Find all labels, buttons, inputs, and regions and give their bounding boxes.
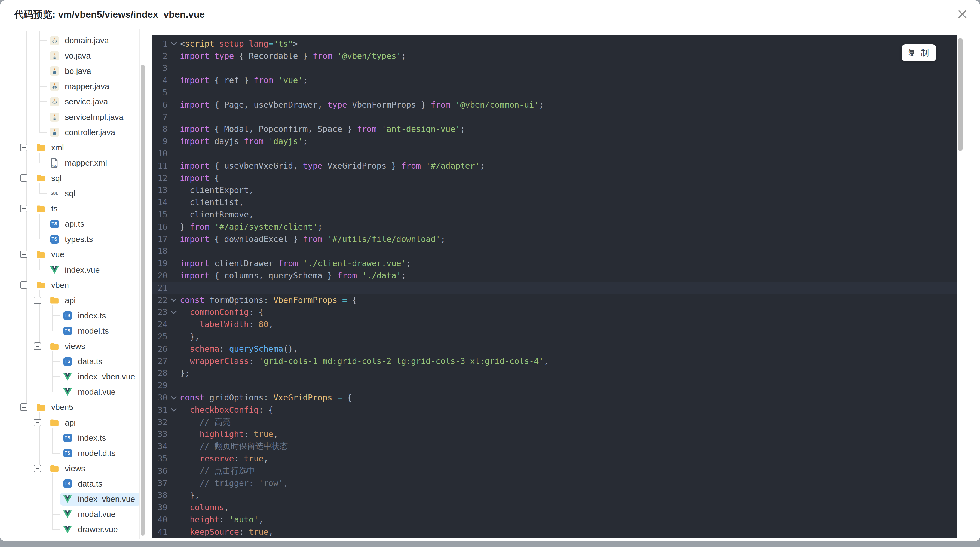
tree-item-label: index.vue	[65, 265, 100, 274]
tree-item-vue[interactable]: vue	[0, 247, 139, 262]
tree-item-types.ts[interactable]: TStypes.ts	[0, 231, 139, 247]
tree-item-body[interactable]: TSindex.ts	[60, 309, 112, 322]
fold-chevron-icon[interactable]	[167, 299, 180, 301]
fold-chevron-icon[interactable]	[167, 311, 180, 313]
tree-item-body[interactable]: api	[47, 416, 82, 429]
tree-item-controller.java[interactable]: controller.java	[0, 125, 139, 140]
tree-item-body[interactable]: TStypes.ts	[47, 233, 99, 246]
tree-item-ts[interactable]: ts	[0, 201, 139, 216]
code-text: } from '#/api/system/client';	[180, 222, 323, 231]
tree-item-domain.java[interactable]: domain.java	[0, 33, 139, 48]
tree-item-api.ts[interactable]: TSapi.ts	[0, 216, 139, 231]
tree-item-vo.java[interactable]: vo.java	[0, 48, 139, 64]
close-icon[interactable]: ×	[953, 4, 972, 24]
code-line: 14 clientList,	[152, 196, 958, 208]
tree-item-label: mapper.xml	[65, 158, 107, 167]
tree-item-label: domain.java	[65, 36, 109, 45]
tree-item-body[interactable]: TSmodel.d.ts	[60, 447, 121, 460]
tree-item-index.vue[interactable]: index.vue	[0, 262, 139, 277]
tree-item-body[interactable]: SQLsql	[47, 187, 81, 200]
tree-item-body[interactable]: XMLmapper.xml	[47, 156, 113, 169]
tree-item-views[interactable]: views	[0, 339, 139, 354]
line-number: 28	[152, 368, 167, 378]
dialog-scrollbar-thumb[interactable]	[958, 38, 963, 151]
tree-item-body[interactable]: TSindex.ts	[60, 432, 112, 445]
tree-item-body[interactable]: sql	[33, 172, 67, 185]
tree-item-mapper.java[interactable]: mapper.java	[0, 79, 139, 94]
ts-icon: TS	[63, 311, 72, 321]
tree-item-model.d.ts[interactable]: TSmodel.d.ts	[0, 446, 139, 461]
java-icon	[49, 112, 59, 122]
tree-item-body[interactable]: index.vue	[47, 263, 106, 276]
tree-item-index.ts[interactable]: TSindex.ts	[0, 308, 139, 323]
tree-item-body[interactable]: ts	[33, 202, 64, 215]
collapse-minus-icon[interactable]	[20, 281, 27, 289]
collapse-minus-icon[interactable]	[34, 419, 41, 426]
tree-item-api[interactable]: api	[0, 415, 139, 431]
tree-item-sql[interactable]: SQLsql	[0, 186, 139, 201]
tree-item-body[interactable]: modal.vue	[60, 508, 121, 521]
tree-item-body[interactable]: TSdata.ts	[60, 355, 108, 368]
tree-item-body[interactable]: controller.java	[47, 126, 121, 139]
collapse-minus-icon[interactable]	[20, 250, 27, 258]
tree-item-selected[interactable]: index_vben.vue	[60, 493, 139, 506]
line-number: 14	[152, 198, 167, 207]
tree-item-index.ts[interactable]: TSindex.ts	[0, 431, 139, 446]
tree-item-index_vben.vue[interactable]: index_vben.vue	[0, 491, 139, 507]
tree-item-body[interactable]: vben	[33, 279, 75, 292]
tree-item-vben5[interactable]: vben5	[0, 400, 139, 415]
tree-item-bo.java[interactable]: bo.java	[0, 64, 139, 79]
tree-item-data.ts[interactable]: TSdata.ts	[0, 476, 139, 491]
tree-item-body[interactable]: xml	[33, 141, 70, 154]
code-line: 20import { columns, querySchema } from '…	[152, 270, 958, 282]
tree-item-model.ts[interactable]: TSmodel.ts	[0, 323, 139, 339]
fold-chevron-icon[interactable]	[167, 43, 180, 45]
collapse-minus-icon[interactable]	[20, 205, 27, 212]
tree-scrollbar-thumb[interactable]	[141, 65, 145, 536]
tree-item-data.ts[interactable]: TSdata.ts	[0, 354, 139, 369]
collapse-minus-icon[interactable]	[34, 297, 41, 304]
tree-item-body[interactable]: service.java	[47, 95, 114, 108]
fold-chevron-icon[interactable]	[167, 408, 180, 411]
tree-item-xml[interactable]: xml	[0, 140, 139, 155]
collapse-minus-icon[interactable]	[20, 144, 27, 151]
tree-item-vben[interactable]: vben	[0, 277, 139, 293]
collapse-minus-icon[interactable]	[34, 465, 41, 472]
tree-item-sql[interactable]: sql	[0, 171, 139, 186]
tree-item-body[interactable]: TSmodel.ts	[60, 324, 115, 338]
tree-item-body[interactable]: TSapi.ts	[47, 217, 91, 230]
tree-item-api[interactable]: api	[0, 293, 139, 308]
tree-item-modal.vue[interactable]: modal.vue	[0, 384, 139, 400]
tree-item-body[interactable]: drawer.vue	[60, 523, 124, 536]
tree-item-body[interactable]: vue	[33, 248, 70, 261]
tree-item-body[interactable]: api	[47, 294, 82, 307]
tree-item-body[interactable]: bo.java	[47, 65, 97, 78]
tree-item-drawer.vue[interactable]: drawer.vue	[0, 522, 139, 537]
tree-item-body[interactable]: mapper.java	[47, 80, 115, 93]
tree-item-body[interactable]: vo.java	[47, 49, 97, 62]
tree-item-body[interactable]: TSdata.ts	[60, 477, 108, 490]
tree-item-modal.vue[interactable]: modal.vue	[0, 507, 139, 522]
copy-button[interactable]: 复 制	[902, 45, 936, 61]
tree-item-body[interactable]: domain.java	[47, 34, 115, 47]
tree-item-mapper.xml[interactable]: XMLmapper.xml	[0, 155, 139, 171]
collapse-minus-icon[interactable]	[20, 403, 27, 411]
tree-item-body[interactable]: serviceImpl.java	[47, 111, 129, 124]
tree-item-label: xml	[51, 143, 64, 152]
tree-item-body[interactable]: views	[47, 462, 91, 475]
folder-icon	[49, 341, 59, 351]
tree-item-service.java[interactable]: service.java	[0, 94, 139, 109]
tree-item-index_vben.vue[interactable]: index_vben.vue	[0, 369, 139, 384]
tree-item-body[interactable]: views	[47, 340, 91, 353]
vue-icon	[63, 509, 72, 519]
vue-icon	[63, 494, 72, 504]
tree-item-body[interactable]: vben5	[33, 401, 80, 414]
tree-item-serviceImpl.java[interactable]: serviceImpl.java	[0, 110, 139, 125]
tree-item-body[interactable]: index_vben.vue	[60, 370, 139, 383]
line-number: 15	[152, 210, 167, 219]
fold-chevron-icon[interactable]	[167, 397, 180, 399]
tree-item-body[interactable]: modal.vue	[60, 386, 121, 399]
tree-item-views[interactable]: views	[0, 461, 139, 476]
collapse-minus-icon[interactable]	[20, 174, 27, 182]
collapse-minus-icon[interactable]	[34, 343, 41, 350]
